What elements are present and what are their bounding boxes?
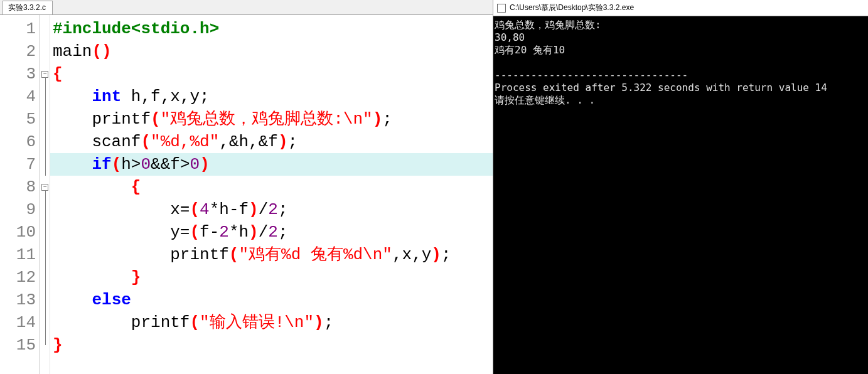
code-line[interactable]: #include<stdio.h> [50,18,493,40]
fold-cell [40,311,50,334]
line-number: 7 [0,153,36,176]
line-number: 12 [0,266,36,289]
code-area[interactable]: 123456789101112131415 −− #include<stdio.… [0,15,493,374]
fold-cell [40,221,50,243]
fold-cell [40,243,50,266]
fold-cell [40,153,50,176]
console-output[interactable]: 鸡兔总数，鸡兔脚总数:30,80鸡有20 兔有10---------------… [493,16,868,374]
console-title-text: C:\Users\慕辰\Desktop\实验3.3.2.exe [510,3,634,13]
file-tab-label: 实验3.3.2.c [8,3,46,13]
tab-bar: 实验3.3.2.c [0,0,493,15]
line-number: 1 [0,18,36,40]
line-number: 10 [0,221,36,243]
console-line: -------------------------------- [495,69,867,82]
line-number-gutter: 123456789101112131415 [0,15,40,374]
code-line[interactable]: printf("鸡兔总数，鸡兔脚总数:\n"); [50,108,493,131]
line-number: 9 [0,198,36,221]
line-number: 2 [0,40,36,63]
fold-cell [40,266,50,289]
code-text[interactable]: #include<stdio.h>main(){ int h,f,x,y; pr… [50,15,493,374]
line-number: 15 [0,334,36,356]
fold-toggle-icon[interactable]: − [41,184,48,191]
line-number: 6 [0,131,36,153]
code-line[interactable]: main() [50,40,493,63]
code-line[interactable]: } [50,266,493,289]
editor-pane: 实验3.3.2.c 123456789101112131415 −− #incl… [0,0,493,374]
app-icon [497,4,506,13]
console-line [495,56,867,69]
code-line[interactable]: { [50,176,493,198]
file-tab[interactable]: 实验3.3.2.c [3,1,53,14]
line-number: 11 [0,243,36,266]
code-line[interactable]: y=(f-2*h)/2; [50,221,493,243]
fold-cell [40,289,50,311]
fold-cell[interactable]: − [40,63,50,85]
console-line: Process exited after 5.322 seconds with … [495,82,867,94]
line-number: 13 [0,289,36,311]
code-line[interactable]: scanf("%d,%d",&h,&f); [50,131,493,153]
fold-cell [40,108,50,131]
fold-cell [40,131,50,153]
code-line[interactable]: int h,f,x,y; [50,85,493,108]
line-number: 3 [0,63,36,85]
console-line: 鸡兔总数，鸡兔脚总数: [495,19,867,31]
fold-cell [40,198,50,221]
console-titlebar[interactable]: C:\Users\慕辰\Desktop\实验3.3.2.exe [493,0,868,16]
line-number: 5 [0,108,36,131]
fold-cell [40,85,50,108]
fold-cell[interactable]: − [40,176,50,198]
fold-cell [40,18,50,40]
line-number: 8 [0,176,36,198]
code-line[interactable]: } [50,334,493,356]
code-line[interactable]: printf("输入错误!\n"); [50,311,493,334]
code-line[interactable]: { [50,63,493,85]
console-line: 请按任意键继续. . . [495,94,867,107]
code-line[interactable]: if(h>0&&f>0) [50,153,493,176]
fold-column[interactable]: −− [40,15,50,374]
fold-cell [40,40,50,63]
line-number: 4 [0,85,36,108]
code-line[interactable]: x=(4*h-f)/2; [50,198,493,221]
console-line: 鸡有20 兔有10 [495,44,867,56]
code-line[interactable]: else [50,289,493,311]
fold-toggle-icon[interactable]: − [41,71,48,78]
console-line: 30,80 [495,31,867,44]
console-pane: C:\Users\慕辰\Desktop\实验3.3.2.exe 鸡兔总数，鸡兔脚… [493,0,868,374]
line-number: 14 [0,311,36,334]
code-line[interactable]: printf("鸡有%d 兔有%d\n",x,y); [50,243,493,266]
fold-cell [40,334,50,356]
